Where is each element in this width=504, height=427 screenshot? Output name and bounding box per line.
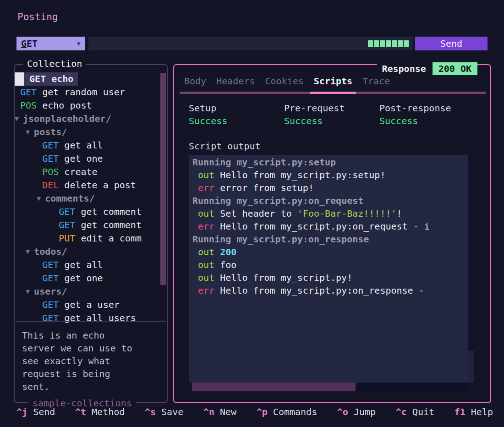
- tab-cookies[interactable]: Cookies: [263, 76, 305, 87]
- collection-folder-posts[interactable]: ▼posts/: [15, 126, 159, 139]
- trace-block: [386, 40, 391, 47]
- description-line: see exactly what: [22, 355, 162, 367]
- script-status-result: Success: [379, 115, 475, 127]
- footer-binding-send[interactable]: ^j Send: [16, 405, 55, 419]
- collection-request-get-all[interactable]: GET get all: [15, 258, 159, 272]
- tab-scripts[interactable]: Scripts: [312, 76, 354, 87]
- request-label: echo: [46, 72, 73, 86]
- collection-folder-comments[interactable]: ▼comments/: [15, 192, 159, 205]
- footer-key: ^s: [145, 406, 156, 417]
- collection-request-get-comment[interactable]: GET get comment: [15, 219, 159, 232]
- request-label: get one: [59, 152, 103, 165]
- method-tag: GET: [42, 258, 59, 272]
- collection-request-get-a-user[interactable]: GET get a user: [15, 298, 159, 312]
- collection-request-delete-a-post[interactable]: DEL delete a post: [15, 179, 159, 192]
- footer-binding-help[interactable]: f1 Help: [455, 405, 493, 419]
- collection-folder-jsonplaceholder[interactable]: ▼jsonplaceholder/: [15, 112, 159, 126]
- script-status-name: Setup: [189, 102, 284, 115]
- method-tag: GET: [42, 139, 59, 152]
- collapse-triangle-icon: ▼: [26, 245, 30, 258]
- description-line: This is an echo: [22, 329, 162, 342]
- collection-folder-users[interactable]: ▼users/: [15, 285, 159, 298]
- tab-trace[interactable]: Trace: [361, 76, 392, 87]
- footer-key: ^n: [203, 406, 214, 417]
- posting-app: Posting GET ▼ https://postman-echo.com/g…: [0, 0, 504, 427]
- url-input[interactable]: https://postman-echo.com/get: [88, 37, 413, 50]
- collection-request-get-one[interactable]: GET get one: [15, 152, 159, 165]
- request-label: get a user: [59, 298, 119, 312]
- footer-keybar: ^j Send^t Method^s Save^n New^p Commands…: [0, 405, 504, 419]
- response-panel: Response 200 OK BodyHeadersCookiesScript…: [173, 64, 491, 403]
- send-button[interactable]: Send: [415, 37, 488, 50]
- trace-block: [380, 40, 385, 47]
- method-label: GET: [21, 38, 38, 49]
- request-label: create: [59, 165, 97, 179]
- tab-headers[interactable]: Headers: [214, 76, 257, 87]
- collection-folder-todos[interactable]: ▼todos/: [15, 245, 159, 258]
- method-tag: GET: [59, 219, 75, 232]
- collection-scrollbar-thumb[interactable]: [160, 73, 166, 285]
- response-tabs: BodyHeadersCookiesScriptsTrace: [182, 76, 392, 87]
- request-label: edit a comm: [75, 232, 142, 245]
- log-horizontal-scrollbar[interactable]: [192, 383, 468, 391]
- collection-request-edit-a-comm[interactable]: PUT edit a comm: [15, 232, 159, 245]
- method-tag: GET: [42, 298, 59, 312]
- footer-binding-method[interactable]: ^t Method: [75, 405, 125, 419]
- collection-request-get-one[interactable]: GET get one: [15, 272, 159, 285]
- folder-label: comments/: [45, 192, 94, 205]
- log-vertical-scrollbar[interactable]: [468, 155, 474, 383]
- script-status-result: Success: [189, 115, 284, 127]
- log-line-out: out 200: [192, 246, 468, 258]
- script-status-setup: SetupSuccess: [189, 102, 284, 127]
- method-tag: GET: [29, 72, 46, 86]
- method-tag: GET: [59, 205, 75, 219]
- log-line-running: Running my_script.py:on_response: [192, 233, 468, 246]
- active-tab-indicator: [310, 92, 356, 94]
- log-vertical-scrollbar-thumb[interactable]: [468, 350, 474, 383]
- trace-block: [398, 40, 403, 47]
- script-status-result: Success: [284, 115, 379, 127]
- footer-label: Quit: [407, 406, 434, 417]
- chevron-down-icon: ▼: [77, 40, 81, 47]
- method-tag: POS: [20, 99, 37, 112]
- log-line-err: err Hello from my_script.py:on_request -…: [192, 220, 468, 233]
- collection-request-create[interactable]: POS create: [15, 165, 159, 179]
- log-horizontal-scrollbar-thumb[interactable]: [192, 383, 356, 391]
- collapse-triangle-icon: ▼: [15, 112, 19, 126]
- status-badge: 200 OK: [433, 62, 477, 75]
- method-tag: PUT: [59, 232, 75, 245]
- collapse-triangle-icon: ▼: [26, 285, 30, 298]
- activity-blocks: [368, 40, 409, 47]
- collection-scrollbar[interactable]: [160, 66, 166, 321]
- folder-label: posts/: [34, 126, 67, 139]
- tab-body[interactable]: Body: [182, 76, 208, 87]
- collection-request-get-comment[interactable]: GET get comment: [15, 205, 159, 219]
- footer-binding-quit[interactable]: ^c Quit: [396, 405, 434, 419]
- method-tag: GET: [20, 86, 37, 99]
- footer-key: ^j: [16, 406, 27, 417]
- method-dropdown[interactable]: GET ▼: [16, 37, 85, 50]
- log-lines[interactable]: Running my_script.py:setup out Hello fro…: [189, 155, 468, 383]
- footer-binding-jump[interactable]: ^o Jump: [337, 405, 376, 419]
- method-tag: GET: [42, 312, 59, 325]
- collection-request-get-all-users[interactable]: GET get all users: [15, 312, 159, 325]
- trace-block: [404, 40, 409, 47]
- collection-request-echo-post[interactable]: POS echo post: [15, 99, 159, 112]
- footer-label: Help: [466, 406, 493, 417]
- method-tag: GET: [42, 152, 59, 165]
- request-label: echo post: [37, 99, 92, 112]
- footer-binding-new[interactable]: ^n New: [203, 405, 236, 419]
- scripts-tab-content: SetupSuccessPre-requestSuccessPost-respo…: [189, 98, 486, 398]
- method-tag: GET: [42, 272, 59, 285]
- footer-key: ^o: [337, 406, 348, 417]
- footer-key: ^c: [396, 406, 407, 417]
- footer-label: New: [214, 406, 236, 417]
- collection-request-echo[interactable]: GET echo: [15, 72, 159, 86]
- footer-binding-commands[interactable]: ^p Commands: [257, 405, 317, 419]
- folder-label: users/: [34, 285, 67, 298]
- collection-request-get-random-user[interactable]: GET get random user: [15, 86, 159, 99]
- trace-block: [392, 40, 397, 47]
- collection-divider: [16, 321, 166, 322]
- collection-request-get-all[interactable]: GET get all: [15, 139, 159, 152]
- footer-binding-save[interactable]: ^s Save: [145, 405, 183, 419]
